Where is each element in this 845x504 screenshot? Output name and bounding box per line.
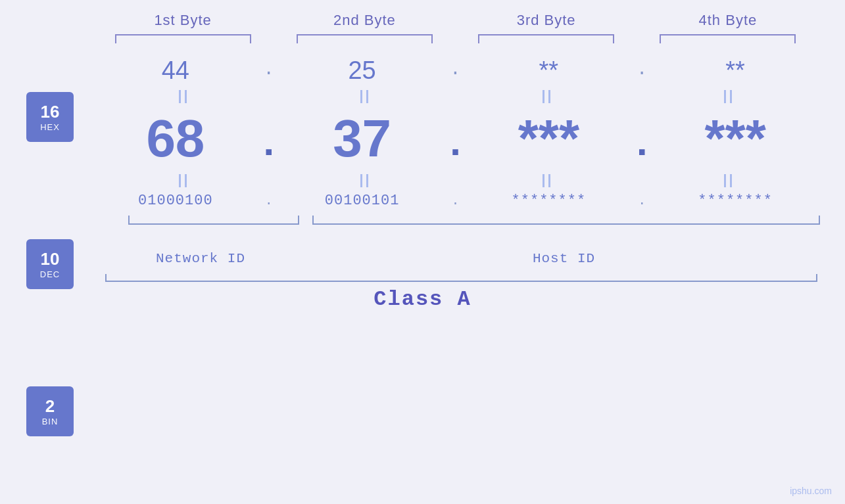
separator-1: [0, 90, 845, 103]
dec-byte3-value: ***: [518, 108, 579, 169]
hex-byte1-value: 44: [162, 57, 189, 85]
hex-byte1-cell: 44: [92, 57, 259, 85]
bin-byte4-cell: ********: [652, 193, 819, 209]
bin-byte4-value: ********: [698, 193, 773, 209]
bin-badge: 2 BIN: [26, 386, 74, 436]
bin-byte1-value: 01000100: [138, 193, 213, 209]
dec-byte1-value: 68: [146, 108, 205, 169]
hex-dot1: .: [259, 59, 279, 83]
class-label: Class A: [374, 287, 471, 311]
hex-byte4-value: **: [725, 57, 745, 85]
top-bracket-4: [660, 34, 796, 43]
top-bracket-1: [115, 34, 251, 43]
dec-badge-label: DEC: [40, 269, 60, 279]
hex-badge-label: HEX: [40, 122, 60, 132]
dec-dot2: .: [446, 110, 466, 167]
id-label-row: Network ID Host ID: [0, 251, 845, 266]
main-container: 1st Byte 2nd Byte 3rd Byte 4th Byte 16 H…: [0, 0, 845, 504]
top-bracket-3: [478, 34, 614, 43]
separator-2: [0, 174, 845, 187]
dec-byte4-cell: ***: [652, 108, 819, 169]
hex-byte3-cell: **: [466, 57, 633, 85]
dec-dot1: .: [259, 110, 279, 167]
dec-data-row: 68 . 37 . *** . ***: [0, 108, 845, 169]
class-bracket-area: [0, 274, 845, 282]
dec-byte2-value: 37: [333, 108, 391, 169]
bracket-cell-2: [274, 34, 455, 43]
bin-dot2: .: [446, 193, 466, 208]
bin-badge-num: 2: [45, 396, 55, 417]
dec-byte3-cell: ***: [466, 108, 633, 169]
bracket-cell-1: [92, 34, 274, 43]
class-bracket: [105, 274, 817, 282]
badges-wrapper: 16 HEX 10 DEC 2 BIN: [26, 92, 74, 436]
byte1-header: 1st Byte: [92, 12, 274, 29]
bin-data-row: 01000100 . 00100101 . ******** . *******…: [0, 193, 845, 209]
host-id-label: Host ID: [309, 251, 819, 266]
hex-byte3-value: **: [539, 57, 559, 85]
bin-byte1-cell: 01000100: [92, 193, 259, 209]
host-id-bracket: [312, 216, 820, 225]
byte3-header: 3rd Byte: [456, 12, 637, 29]
bin-byte3-value: ********: [512, 193, 587, 209]
byte2-header: 2nd Byte: [274, 12, 455, 29]
dec-dot3: .: [632, 110, 652, 167]
network-id-label: Network ID: [92, 251, 309, 266]
hex-data-row: 44 . 25 . ** . **: [0, 57, 845, 85]
bin-badge-label: BIN: [42, 417, 59, 426]
bracket-cell-3: [456, 34, 637, 43]
byte4-header: 4th Byte: [637, 12, 819, 29]
bin-byte2-cell: 00100101: [279, 193, 446, 209]
watermark: ipshu.com: [790, 486, 832, 496]
hex-badge-num: 16: [41, 102, 60, 122]
hex-byte4-cell: **: [652, 57, 819, 85]
bracket-cell-4: [637, 34, 819, 43]
bin-dot1: .: [259, 193, 279, 208]
hex-dot2: .: [446, 59, 466, 83]
bin-dot3: .: [632, 193, 652, 208]
dec-byte1-cell: 68: [92, 108, 259, 169]
hex-badge: 16 HEX: [26, 92, 74, 142]
network-id-bracket: [128, 216, 299, 225]
dec-byte4-value: ***: [704, 108, 765, 169]
header-row: 1st Byte 2nd Byte 3rd Byte 4th Byte: [0, 12, 845, 29]
hex-byte2-value: 25: [348, 57, 375, 85]
bin-byte3-cell: ********: [466, 193, 633, 209]
dec-badge-num: 10: [41, 249, 60, 269]
dec-byte2-cell: 37: [279, 108, 446, 169]
top-bracket-2: [297, 34, 433, 43]
hex-dot3: .: [632, 59, 652, 83]
top-bracket-row: [0, 34, 845, 43]
bin-byte2-value: 00100101: [325, 193, 400, 209]
bottom-bracket-area: [0, 216, 845, 248]
hex-byte2-cell: 25: [279, 57, 446, 85]
